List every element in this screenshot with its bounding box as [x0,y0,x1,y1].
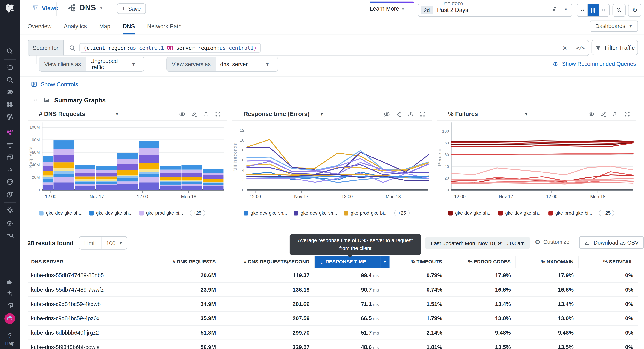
sidebar-logs[interactable] [0,139,20,151]
legend-item[interactable]: gke-dev-gke-sh... [244,210,287,215]
export-icon[interactable] [612,111,618,117]
tab-dns[interactable]: DNS [123,18,135,35]
filter-traffic-button[interactable]: Filter Traffic [592,40,638,55]
chevron-down-icon[interactable]: ▼ [380,260,389,264]
sidebar-search-lines[interactable] [0,229,20,241]
legend-more-badge[interactable]: +25 [190,210,205,216]
limit-select[interactable]: Limit 100 ▼ [79,236,128,249]
expand-icon[interactable] [624,111,630,117]
response-time-chart[interactable]: 02468101212:00Nov 1712:00Mon 18Milliseco… [232,121,432,208]
column-header-nxdomain[interactable]: % NXDOMAIN [516,256,579,268]
legend-item[interactable]: gke-dev-gke-sh... [448,210,492,215]
search-bar[interactable]: Search for (client_region:us-central1 OR… [28,40,589,56]
bar-segment [75,165,96,169]
summary-graphs-header[interactable]: Summary Graphs [32,97,106,104]
legend-more-badge[interactable]: +25 [394,210,410,216]
hide-eye-slash-icon[interactable] [383,111,390,117]
legend-item[interactable]: gke-prod-gke-bi... [548,210,592,215]
legend-item[interactable]: gke-dev-gke-sh... [498,210,542,215]
table-row[interactable]: kube-dns-5f9845b6bf-pgwjs56.9M329.5748.6… [28,340,638,349]
legend-item[interactable]: gke-dev-gke-sh... [39,210,82,215]
chevron-down-icon[interactable]: ▾ [100,5,102,11]
sidebar-sparkles[interactable] [0,288,20,299]
pause-button[interactable] [588,4,598,17]
step-back-button[interactable] [577,4,588,17]
sidebar-metrics[interactable] [0,74,20,85]
edit-pencil-icon[interactable] [600,111,607,117]
dashboards-button[interactable]: Dashboards ▼ [590,21,638,32]
export-icon[interactable] [202,111,209,117]
legend-item[interactable]: gke-prod-gke-bi... [139,210,183,215]
query-token: client_region [86,45,127,51]
sidebar-search[interactable] [0,46,20,57]
code-toggle-button[interactable]: </> [572,40,588,56]
sidebar-layers[interactable] [0,111,20,122]
table-row[interactable]: kube-dns-55db747489-85nb520.6M119.3799.4… [28,268,638,282]
legend-item[interactable]: gke-dev-gke-sh... [294,210,337,215]
sidebar-stacked-windows[interactable] [0,300,20,311]
table-row[interactable]: kube-dns-55db747489-7wwfz23.9M138.1990.7… [28,282,638,297]
time-range-picker[interactable]: UTC-07:00 2d Past 2 Days ▾ [418,4,572,17]
sidebar-watch-eye[interactable] [0,86,20,98]
sidebar-link[interactable] [0,164,20,175]
tab-network-path[interactable]: Network Path [147,18,182,35]
pin-icon[interactable] [551,7,558,13]
refresh-button[interactable]: ↻ [628,4,641,17]
view-servers-select[interactable]: dns_server ▼ [216,57,278,71]
table-row[interactable]: kube-dns-c9d84bc59-4kdwb34.9M201.6971.1m… [28,297,638,311]
table-row[interactable]: kube-dns-6dbbbb649f-jrgz251.8M299.7051.7… [28,325,638,340]
tab-overview[interactable]: Overview [28,18,52,35]
column-header-dns-requests[interactable]: # DNS REQUESTS [152,256,221,268]
sidebar-clock-sparkle[interactable] [0,189,20,200]
query-chip[interactable]: (client_region:us-central1 OR server_reg… [79,43,261,53]
show-controls-link[interactable]: Show Controls [31,81,78,88]
sidebar-help[interactable]: ? [0,329,20,341]
dns-requests-chart[interactable]: 020M40M60M80M100M12:00Nov 1712:00Mon 18R… [28,121,227,208]
step-forward-button[interactable] [598,4,609,17]
export-icon[interactable] [407,111,414,117]
column-header-servfail[interactable]: % SERVFAIL [579,256,638,268]
sidebar-security[interactable] [0,176,20,188]
show-recommended-queries-link[interactable]: Show Recommended Queries [552,61,636,67]
avatar[interactable] [4,313,15,324]
help-label[interactable]: Help [0,341,20,346]
view-clients-label: View clients as [40,57,86,71]
table-row[interactable]: kube-dns-c9d84bc59-4pz6x35.9M207.5966.5m… [28,311,638,325]
hide-eye-slash-icon[interactable] [179,111,186,117]
chevron-down-icon[interactable]: ▾ [565,7,567,12]
sidebar-binoculars[interactable] [0,99,20,110]
customize-button[interactable]: ⚙ Customize [535,239,570,245]
learn-more-dropdown[interactable]: Learn More ▾ [370,6,404,12]
sidebar-integrations[interactable] [0,276,20,287]
legend-item[interactable]: gke-prod-gke-bi... [344,210,388,215]
column-header-dns-requests-second[interactable]: # DNS REQUESTS/SECOND [221,256,314,268]
chevron-down-icon[interactable]: ▼ [115,112,119,116]
chevron-down-icon[interactable]: ▼ [524,112,528,116]
expand-icon[interactable] [214,111,221,117]
tab-analytics[interactable]: Analytics [64,18,87,35]
sidebar-windows[interactable] [0,152,20,163]
expand-icon[interactable] [419,111,426,117]
sidebar-gauge[interactable] [0,217,20,228]
edit-pencil-icon[interactable] [191,111,198,117]
legend-more-badge[interactable]: +25 [599,210,614,216]
chevron-down-icon[interactable]: ▼ [320,112,324,116]
column-header-timeouts[interactable]: % TIMEOUTS [390,256,447,268]
clear-search-icon[interactable]: ✕ [558,45,572,51]
sidebar-history[interactable] [0,62,20,73]
legend-item[interactable]: gke-dev-gke-sh... [89,210,132,215]
hide-eye-slash-icon[interactable] [588,111,595,117]
sidebar-network[interactable] [0,127,20,138]
column-header-dns-server[interactable]: DNS SERVER [28,256,152,268]
view-clients-select[interactable]: Ungrouped traffic ▼ [86,57,144,71]
failures-chart[interactable]: 02040608010012:00Nov 1712:00Mon 18Percen… [437,121,636,208]
zoom-out-button[interactable] [612,4,626,17]
user-avatar[interactable] [0,313,20,324]
tab-map[interactable]: Map [99,18,110,35]
views-button[interactable]: Views [32,5,58,12]
save-button[interactable]: + Save [117,3,146,14]
column-header-error-codes[interactable]: % ERROR CODES [447,256,516,268]
edit-pencil-icon[interactable] [395,111,402,117]
sidebar-bug[interactable] [0,205,20,216]
download-csv-button[interactable]: Download as CSV [579,236,644,249]
